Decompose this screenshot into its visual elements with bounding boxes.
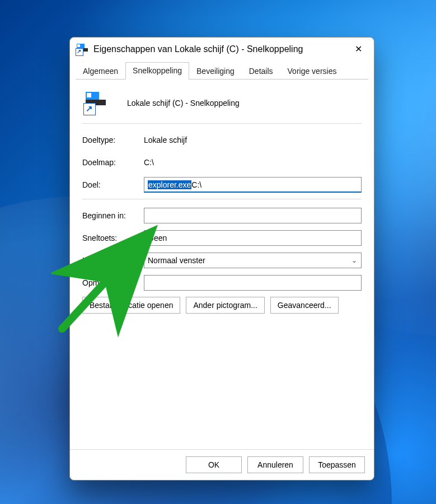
titlebar[interactable]: Eigenschappen van Lokale schijf (C) - Sn… (70, 38, 374, 61)
open-file-location-button[interactable]: Bestandslocatie openen (82, 297, 180, 314)
change-icon-button[interactable]: Ander pictogram... (186, 297, 264, 314)
shortcut-key-input[interactable] (144, 230, 362, 246)
start-in-input[interactable] (144, 208, 362, 223)
target-rest-text: C:\ (191, 180, 201, 189)
window-title: Eigenschappen van Lokale schijf (C) - Sn… (93, 44, 347, 54)
close-button[interactable]: ✕ (347, 41, 369, 58)
label-target-type: Doeltype: (82, 136, 144, 144)
label-start-in: Beginnen in: (82, 211, 144, 220)
run-select-value: Normaal venster (148, 256, 205, 265)
comment-input[interactable] (144, 275, 362, 291)
separator (82, 123, 362, 124)
apply-button[interactable]: Toepassen (309, 456, 365, 473)
cancel-button[interactable]: Annuleren (247, 456, 303, 473)
shortcut-file-icon (76, 43, 89, 56)
label-shortcut-key: Sneltoets: (82, 234, 144, 242)
value-target-dir: C:\ (144, 158, 362, 167)
label-comment: Opmerking: (82, 278, 144, 287)
label-target: Doel: (82, 180, 144, 189)
ok-button[interactable]: OK (186, 456, 242, 473)
row-target: Doel: explorer.exe C:\ (82, 176, 362, 193)
target-selected-text: explorer.exe (148, 180, 191, 189)
header-row: Lokale schijf (C) - Snelkoppeling (83, 91, 362, 115)
tab-algemeen[interactable]: Algemeen (76, 63, 125, 80)
value-target-type: Lokale schijf (144, 136, 362, 144)
tab-beveiliging[interactable]: Beveiliging (189, 63, 242, 80)
row-start-in: Beginnen in: (82, 207, 362, 224)
row-run: Uitvoeren: Normaal venster ⌄ (82, 252, 362, 269)
row-comment: Opmerking: (82, 274, 362, 291)
tab-details[interactable]: Details (242, 63, 280, 80)
shortcut-name: Lokale schijf (C) - Snelkoppeling (127, 99, 240, 108)
tab-body: Lokale schijf (C) - Snelkoppeling Doelty… (70, 80, 374, 449)
properties-dialog: Eigenschappen van Lokale schijf (C) - Sn… (69, 37, 374, 480)
label-target-dir: Doelmap: (82, 158, 144, 167)
button-row: Bestandslocatie openen Ander pictogram..… (82, 297, 362, 314)
tab-snelkoppeling[interactable]: Snelkoppeling (125, 62, 189, 80)
tab-strip: Algemeen Snelkoppeling Beveiliging Detai… (70, 61, 374, 79)
advanced-button[interactable]: Geavanceerd... (270, 297, 339, 314)
label-run: Uitvoeren: (82, 256, 144, 265)
row-target-dir: Doelmap: C:\ (82, 154, 362, 171)
target-input[interactable]: explorer.exe C:\ (144, 177, 362, 193)
row-target-type: Doeltype: Lokale schijf (82, 132, 362, 148)
chevron-down-icon: ⌄ (351, 256, 357, 264)
tab-vorige-versies[interactable]: Vorige versies (280, 63, 344, 80)
close-icon: ✕ (355, 45, 362, 54)
row-shortcut-key: Sneltoets: (82, 230, 362, 246)
run-select[interactable]: Normaal venster (144, 253, 362, 268)
dialog-footer: OK Annuleren Toepassen (70, 449, 374, 480)
separator (82, 199, 362, 199)
shortcut-large-icon (83, 91, 108, 115)
